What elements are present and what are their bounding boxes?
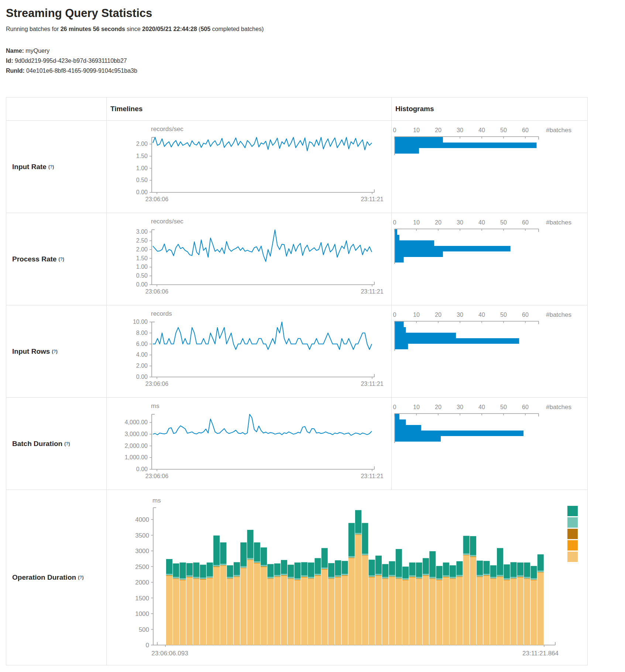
operation-duration-cell: ms4000350030002500200015001000500023:06:… (107, 490, 587, 665)
query-name-label: Name: (6, 48, 24, 54)
svg-text:1.00: 1.00 (136, 165, 148, 171)
svg-text:1.50: 1.50 (136, 153, 148, 159)
help-link-process-rate[interactable]: ? (60, 257, 62, 262)
svg-text:1000: 1000 (135, 610, 149, 617)
running-prefix: Running batches for (6, 26, 61, 32)
svg-text:23:06:06: 23:06:06 (145, 381, 168, 387)
running-duration: 26 minutes 56 seconds (61, 26, 125, 32)
legend-swatch (567, 529, 578, 539)
svg-text:50: 50 (500, 404, 507, 410)
svg-text:23:11:21: 23:11:21 (361, 473, 383, 479)
svg-text:records: records (151, 310, 172, 317)
svg-text:#batches: #batches (546, 404, 571, 411)
svg-text:0.50: 0.50 (136, 272, 148, 279)
input-rows-timeline-chart: records10.008.006.004.002.000.0023:06:06… (107, 305, 391, 397)
input-rows-histogram-cell: 0102030405060#batches (392, 305, 587, 398)
svg-text:3.00: 3.00 (136, 229, 148, 235)
svg-text:60: 60 (522, 219, 529, 226)
svg-text:23:11:21: 23:11:21 (361, 381, 383, 387)
svg-text:#batches: #batches (546, 127, 571, 134)
svg-text:ms: ms (151, 402, 159, 409)
svg-text:0: 0 (393, 404, 396, 410)
svg-text:40: 40 (478, 219, 485, 226)
table-row-operation-duration: Operation Duration (?) ms400035003000250… (6, 490, 587, 665)
query-name-value: myQuery (25, 48, 49, 54)
legend-swatch (567, 552, 578, 562)
svg-text:4,000.00: 4,000.00 (125, 419, 148, 425)
row-label-input-rate: Input Rate (?) (6, 121, 107, 213)
svg-text:6.00: 6.00 (136, 341, 148, 347)
batch-duration-timeline-chart: ms4,000.003,000.002,000.001,000.000.0023… (107, 398, 391, 490)
svg-text:50: 50 (500, 127, 507, 133)
svg-text:3500: 3500 (135, 532, 149, 539)
svg-text:60: 60 (522, 127, 529, 133)
svg-text:0.00: 0.00 (136, 189, 148, 195)
stats-table: Timelines Histograms Input Rate (?) reco… (6, 97, 588, 665)
batch-duration-histogram-chart: 0102030405060#batches (392, 398, 587, 490)
since-word: since (125, 26, 142, 32)
svg-text:23:11:21: 23:11:21 (361, 288, 383, 295)
query-runid-row: RunId: 04e101e6-8bf8-4165-9099-9104c951b… (6, 66, 619, 76)
process-rate-histogram-cell: 0102030405060#batches (392, 213, 587, 305)
help-link-input-rows[interactable]: ? (53, 349, 56, 354)
svg-text:10: 10 (413, 312, 420, 318)
svg-text:10.00: 10.00 (133, 319, 148, 325)
svg-text:0.00: 0.00 (136, 466, 148, 472)
svg-text:2.50: 2.50 (136, 237, 148, 244)
input-rows-histogram-chart: 0102030405060#batches (392, 305, 587, 397)
start-time: 2020/05/21 22:44:28 (142, 26, 197, 32)
table-header-row: Timelines Histograms (6, 97, 587, 121)
table-row: Input Rows (?) records10.008.006.004.002… (6, 305, 587, 398)
svg-text:3000: 3000 (135, 548, 149, 555)
process-rate-histogram-chart: 0102030405060#batches (392, 213, 587, 305)
svg-text:2.00: 2.00 (136, 363, 148, 369)
svg-text:10: 10 (413, 219, 420, 226)
row-label-input-rows: Input Rows (?) (6, 305, 107, 398)
svg-text:40: 40 (478, 312, 485, 318)
svg-text:#batches: #batches (546, 311, 571, 318)
svg-text:60: 60 (522, 312, 529, 318)
input-rate-histogram-chart: 0102030405060#batches (392, 121, 587, 213)
page: Streaming Query Statistics Running batch… (0, 0, 625, 665)
svg-text:4000: 4000 (135, 516, 149, 523)
svg-text:2.00: 2.00 (136, 141, 148, 147)
completed-suffix: completed batches) (210, 26, 264, 32)
svg-text:1500: 1500 (135, 595, 149, 602)
query-id-value: 9d0dd219-995d-423e-b97d-36931110bb27 (15, 58, 127, 64)
header-empty-cell (6, 97, 107, 121)
svg-text:0: 0 (146, 642, 149, 649)
svg-text:0.00: 0.00 (136, 374, 148, 380)
svg-text:2,000.00: 2,000.00 (125, 443, 148, 449)
svg-text:40: 40 (478, 127, 485, 133)
svg-text:60: 60 (522, 404, 529, 410)
svg-text:20: 20 (435, 219, 442, 226)
legend-swatch (567, 540, 578, 551)
svg-text:50: 50 (500, 312, 507, 318)
svg-text:40: 40 (478, 404, 485, 410)
svg-text:3,000.00: 3,000.00 (125, 431, 148, 437)
svg-text:0: 0 (393, 312, 396, 318)
svg-text:2500: 2500 (135, 563, 149, 570)
header-histograms: Histograms (392, 97, 587, 121)
page-title: Streaming Query Statistics (6, 7, 619, 20)
svg-text:23:06:06: 23:06:06 (145, 196, 168, 202)
query-name-row: Name: myQuery (6, 46, 619, 56)
table-row: Process Rate (?) records/sec3.002.502.00… (6, 213, 587, 305)
svg-text:23:11:21.864: 23:11:21.864 (522, 650, 559, 657)
svg-text:2000: 2000 (135, 579, 149, 586)
help-link-batch-duration[interactable]: ? (66, 441, 68, 446)
svg-text:30: 30 (457, 219, 463, 226)
query-runid-label: RunId: (6, 68, 25, 74)
svg-text:4.00: 4.00 (136, 352, 148, 358)
svg-text:records/sec: records/sec (151, 218, 183, 225)
batch-duration-histogram-cell: 0102030405060#batches (392, 398, 587, 490)
row-label-operation-duration: Operation Duration (?) (6, 490, 107, 665)
input-rate-histogram-cell: 0102030405060#batches (392, 121, 587, 213)
table-row: Input Rate (?) records/sec2.001.501.000.… (6, 121, 587, 213)
completed-count: 505 (200, 26, 210, 32)
svg-text:30: 30 (457, 404, 463, 410)
process-rate-timeline-cell: records/sec3.002.502.001.501.000.500.002… (107, 213, 392, 305)
query-id-row: Id: 9d0dd219-995d-423e-b97d-36931110bb27 (6, 56, 619, 66)
svg-text:#batches: #batches (546, 219, 571, 226)
svg-text:23:11:21: 23:11:21 (361, 196, 383, 202)
